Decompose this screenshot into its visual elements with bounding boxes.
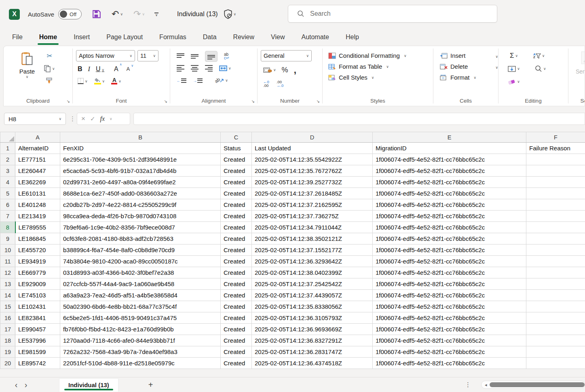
cell[interactable]: FenXID	[60, 143, 221, 154]
insert-cells-button[interactable]: Insert	[440, 50, 498, 61]
cell[interactable]: e5cac6a5-5c93-4bf6-91b7-032a17db4d4b	[60, 165, 221, 177]
cell[interactable]	[526, 256, 585, 267]
document-title[interactable]: Individual (13)	[177, 11, 218, 18]
row-header-18[interactable]: 18	[0, 335, 15, 346]
cell[interactable]: 1f006074-edf5-4e52-82f1-cc76bbc65c2c	[373, 312, 526, 324]
row-header-20[interactable]: 20	[0, 358, 15, 369]
insert-function-icon[interactable]: fx	[100, 115, 105, 122]
row-header-19[interactable]: 19	[0, 346, 15, 358]
cell[interactable]	[526, 244, 585, 256]
find-select-button[interactable]	[535, 65, 546, 72]
previous-sheet-button[interactable]: ‹	[11, 380, 21, 390]
new-sheet-button[interactable]: +	[148, 380, 153, 390]
cell[interactable]: LE186845	[15, 233, 60, 244]
italic-button[interactable]: I	[88, 65, 90, 73]
cell[interactable]: LE895742	[15, 358, 60, 369]
cell[interactable]: Created	[221, 290, 252, 301]
cell[interactable]: 1f006074-edf5-4e52-82f1-cc76bbc65c2c	[373, 301, 526, 312]
alignment-dialog-launcher[interactable]	[251, 99, 255, 103]
cell[interactable]: a63a9a23-7ea2-46d5-af51-a4b5e38658d4	[60, 290, 221, 301]
formula-input[interactable]	[133, 113, 585, 125]
accounting-format-button[interactable]	[263, 67, 276, 73]
cell[interactable]: Created	[221, 301, 252, 312]
cell[interactable]: 02d99731-2e60-4497-a80a-09f4e699fae2	[60, 177, 221, 188]
center-button[interactable]	[191, 65, 199, 72]
row-header-17[interactable]: 17	[0, 324, 15, 335]
row-header-9[interactable]: 9	[0, 233, 15, 244]
cell[interactable]: LE745103	[15, 290, 60, 301]
sensitivity-button[interactable]: Sensitivity	[576, 50, 585, 82]
merge-center-button[interactable]	[219, 65, 231, 71]
cell[interactable]: Created	[221, 233, 252, 244]
cell[interactable]: 0cf63fe8-2081-4180-8b83-adf2cb728563	[60, 233, 221, 244]
enter-icon[interactable]: ✓	[90, 115, 95, 122]
cell[interactable]	[526, 165, 585, 177]
cell[interactable]: 2025-02-05T14:12:35.5542922Z	[252, 154, 373, 165]
cell[interactable]: 1270aa0d-7118-4c66-afe0-844e93bbb71f	[60, 335, 221, 346]
cell[interactable]: 1f006074-edf5-4e52-82f1-cc76bbc65c2c	[373, 290, 526, 301]
scrollbar-thumb[interactable]	[490, 382, 585, 387]
cell[interactable]: 1f006074-edf5-4e52-82f1-cc76bbc65c2c	[373, 188, 526, 199]
cancel-icon[interactable]: ×	[81, 115, 85, 123]
sort-filter-button[interactable]: AZ	[533, 53, 545, 59]
cell[interactable]: 1f006074-edf5-4e52-82f1-cc76bbc65c2c	[373, 154, 526, 165]
bottom-align-button[interactable]	[205, 51, 218, 62]
decrease-indent-button[interactable]: ←	[177, 78, 186, 83]
cell[interactable]: Created	[221, 222, 252, 233]
cell[interactable]	[526, 211, 585, 222]
cell[interactable]: 1f006074-edf5-4e52-82f1-cc76bbc65c2c	[373, 244, 526, 256]
cell[interactable]: 2025-02-05T14:12:36.2831747Z	[252, 346, 373, 358]
cell[interactable]	[526, 312, 585, 324]
row-header-2[interactable]: 2	[0, 154, 15, 165]
cell[interactable]: LE990457	[15, 324, 60, 335]
ribbon-tab-automate[interactable]: Automate	[300, 32, 329, 42]
cell[interactable]	[526, 358, 585, 369]
sheet-options-kebab-icon[interactable]: ⋮	[465, 381, 471, 388]
cell[interactable]: Last Updated	[252, 143, 373, 154]
ribbon-tab-review[interactable]: Review	[232, 32, 255, 42]
row-header-16[interactable]: 16	[0, 312, 15, 324]
cell[interactable]: 2025-02-05T14:12:35.8338056Z	[252, 301, 373, 312]
cell[interactable]: Created	[221, 358, 252, 369]
fill-button[interactable]	[507, 66, 521, 72]
clipboard-dialog-launcher[interactable]	[67, 99, 70, 103]
column-header-e[interactable]: E	[373, 132, 526, 143]
ribbon-tab-data[interactable]: Data	[202, 32, 218, 42]
cell[interactable]: Failure Reason	[526, 143, 585, 154]
borders-button[interactable]	[78, 78, 88, 84]
underline-button[interactable]: U	[96, 65, 104, 73]
row-header-14[interactable]: 14	[0, 290, 15, 301]
ribbon-tab-file[interactable]: File	[11, 32, 23, 42]
top-align-button[interactable]	[177, 53, 184, 59]
cell[interactable]: Created	[221, 188, 252, 199]
cell[interactable]: Created	[221, 278, 252, 290]
format-as-table-button[interactable]: Format as Table	[328, 61, 433, 72]
row-header-7[interactable]: 7	[0, 211, 15, 222]
cell[interactable]: Created	[221, 267, 252, 278]
ribbon-tab-home[interactable]: Home	[38, 32, 58, 42]
cell[interactable]: LE981599	[15, 346, 60, 358]
autosave-toggle[interactable]: Off	[58, 9, 82, 19]
cell[interactable]: LE934919	[15, 256, 60, 267]
cell[interactable]: 1f006074-edf5-4e52-82f1-cc76bbc65c2c	[373, 278, 526, 290]
cell[interactable]: 7262a232-7568-43a9-9b7a-7dea40ef98a3	[60, 346, 221, 358]
cell[interactable]: 2025-02-05T14:12:37.4439057Z	[252, 290, 373, 301]
cell[interactable]: 50a02390-6bd6-4e8b-bb21-68a77c375c4f	[60, 301, 221, 312]
cell[interactable]: LE362269	[15, 177, 60, 188]
cell[interactable]: 2025-02-05T14:12:35.7672762Z	[252, 165, 373, 177]
cell[interactable]: Created	[221, 335, 252, 346]
cell[interactable]: fb76f0b0-f5bd-412c-8423-e1a760d99b0b	[60, 324, 221, 335]
clear-button[interactable]	[507, 79, 521, 85]
cell[interactable]: 1f006074-edf5-4e52-82f1-cc76bbc65c2c	[373, 165, 526, 177]
cell[interactable]: 1f006074-edf5-4e52-82f1-cc76bbc65c2c	[373, 335, 526, 346]
number-format-select[interactable]: General ∨	[261, 50, 312, 61]
cell[interactable]: 74b3804e-9810-4200-aca0-89cc0050187c	[60, 256, 221, 267]
ribbon-tab-help[interactable]: Help	[345, 32, 360, 42]
cell[interactable]: Created	[221, 312, 252, 324]
row-header-10[interactable]: 10	[0, 244, 15, 256]
cell[interactable]: Created	[221, 177, 252, 188]
cell[interactable]: 1f006074-edf5-4e52-82f1-cc76bbc65c2c	[373, 256, 526, 267]
cell[interactable]: 2025-02-05T14:12:37.2542542Z	[252, 278, 373, 290]
cell[interactable]: 027ccfcb-557f-44a4-9ac9-1a060ae9b458	[60, 278, 221, 290]
font-dialog-launcher[interactable]	[164, 99, 167, 103]
